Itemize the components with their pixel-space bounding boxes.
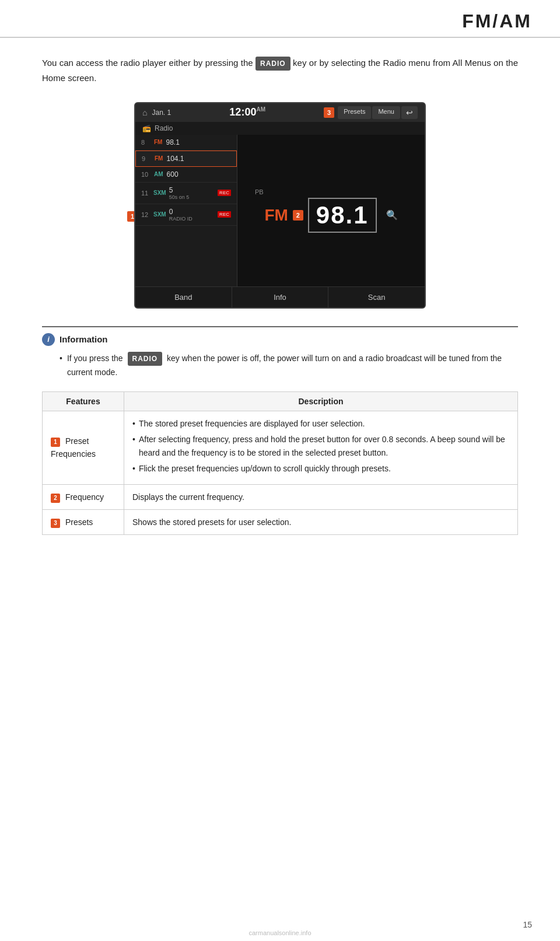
feature-badge-2: 2: [51, 494, 60, 503]
info-title: Information: [60, 334, 108, 344]
main-content: You can access the radio player either b…: [0, 55, 560, 535]
feature-badge-1: 1: [51, 438, 60, 447]
table-header-description: Description: [124, 392, 518, 411]
radio-key-badge: RADIO: [256, 57, 290, 71]
feature-badge-3: 3: [51, 519, 60, 528]
page-title: FM/AM: [28, 11, 532, 32]
back-button[interactable]: ↩: [401, 106, 418, 119]
screen-time: 12:00: [229, 106, 256, 118]
main-display: PB FM 2 98.1 🔍: [237, 135, 425, 286]
table-row: 3 Presets Shows the stored presets for u…: [43, 509, 518, 534]
frequency-display: FM 2 98.1 🔍: [264, 198, 397, 233]
features-table: Features Description 1 PresetFrequencies…: [42, 391, 518, 535]
screen-body: 8 FM 98.1 9 FM 104.1 10 AM 600: [135, 135, 425, 286]
topbar-left: ⌂ Jan. 1: [142, 108, 171, 117]
freq-number: 98.1: [308, 198, 377, 233]
info-bullet: • If you press the RADIO key when the po…: [60, 352, 518, 380]
description-cell-1: • The stored preset frequencies are disp…: [124, 411, 518, 485]
description-cell-2: Displays the current frequency.: [124, 484, 518, 509]
scan-button[interactable]: Scan: [328, 287, 425, 307]
table-header-features: Features: [43, 392, 124, 411]
list-item[interactable]: 8 FM 98.1: [135, 135, 237, 151]
list-item[interactable]: 10 AM 600: [135, 167, 237, 183]
watermark: carmanualsonline.info: [0, 929, 560, 936]
table-row: 2 Frequency Displays the current frequen…: [43, 484, 518, 509]
search-icon: 🔍: [386, 209, 398, 221]
page-header: FM/AM: [0, 0, 560, 38]
intro-text-before: You can access the radio player either b…: [42, 58, 253, 68]
badge-3-topbar: 3: [324, 107, 334, 118]
info-icon: i: [42, 333, 55, 346]
table-row: 1 PresetFrequencies • The stored preset …: [43, 411, 518, 485]
radio-label-row: 📻 Radio: [135, 122, 425, 135]
screen-date: Jan. 1: [152, 109, 171, 117]
description-cell-3: Shows the stored presets for user select…: [124, 509, 518, 534]
list-item[interactable]: 12 SXM 0 RADIO ID REC: [135, 204, 237, 226]
information-box: i Information • If you press the RADIO k…: [42, 326, 518, 380]
feature-cell-2: 2 Frequency: [43, 484, 124, 509]
band-button[interactable]: Band: [135, 287, 232, 307]
list-item[interactable]: 11 SXM 5 50s on 5 REC: [135, 183, 237, 204]
screen-nav-buttons: Presets Menu ↩: [338, 106, 418, 119]
presets-button[interactable]: Presets: [338, 106, 371, 119]
radio-icon: 📻: [142, 124, 151, 132]
badge-2: 2: [293, 210, 303, 221]
radio-label-text: Radio: [155, 124, 173, 132]
pb-label: PB: [255, 188, 264, 195]
info-content: • If you press the RADIO key when the po…: [60, 352, 518, 380]
preset-list: 8 FM 98.1 9 FM 104.1 10 AM 600: [135, 135, 237, 286]
feature-cell-1: 1 PresetFrequencies: [43, 411, 124, 485]
feature-cell-3: 3 Presets: [43, 509, 124, 534]
radio-key-badge-info: RADIO: [128, 352, 163, 366]
screen-topbar: ⌂ Jan. 1 12:00AM 3 Presets Menu ↩: [135, 103, 425, 122]
home-icon: ⌂: [142, 108, 147, 117]
info-button[interactable]: Info: [232, 287, 329, 307]
screen-am: AM: [256, 106, 265, 113]
info-text-before: If you press the: [67, 354, 123, 363]
screenshot-container: 1 ⌂ Jan. 1 12:00AM 3 Presets Menu ↩: [42, 102, 518, 309]
page-number: 15: [523, 920, 532, 929]
intro-paragraph: You can access the radio player either b…: [42, 55, 518, 86]
menu-button[interactable]: Menu: [372, 106, 400, 119]
topbar-center: 12:00AM: [229, 106, 265, 118]
info-header: i Information: [42, 333, 518, 346]
list-item[interactable]: 9 FM 104.1: [135, 151, 237, 167]
radio-screen: ⌂ Jan. 1 12:00AM 3 Presets Menu ↩ 📻: [134, 102, 426, 309]
topbar-right: 3 Presets Menu ↩: [324, 106, 418, 119]
freq-band-label: FM: [264, 206, 288, 225]
screen-bottom-buttons: Band Info Scan: [135, 286, 425, 307]
